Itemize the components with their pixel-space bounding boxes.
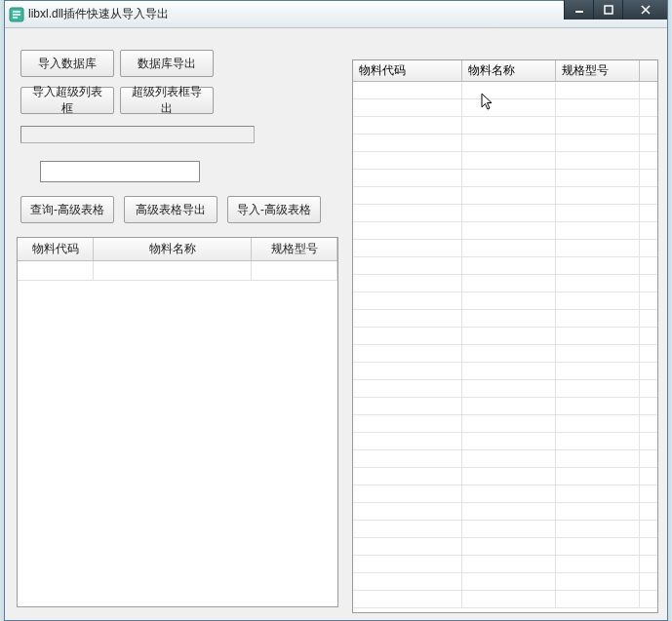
right-th-name[interactable]: 物料名称 (462, 60, 556, 81)
table-row[interactable] (353, 363, 657, 380)
close-button[interactable] (622, 0, 667, 19)
titlebar[interactable]: libxl.dll插件快速从导入导出 (5, 1, 667, 28)
left-table[interactable]: 物料代码 物料名称 规格型号 (17, 237, 338, 607)
right-table-body[interactable] (353, 82, 657, 612)
table-row[interactable] (353, 222, 657, 240)
table-row[interactable] (353, 257, 657, 275)
import-db-button[interactable]: 导入数据库 (20, 50, 114, 77)
maximize-button[interactable] (593, 0, 622, 19)
table-row[interactable] (353, 485, 657, 503)
table-row[interactable] (353, 573, 657, 591)
button-row-2: 导入超级列表框 超级列表框导出 (20, 87, 214, 114)
table-row[interactable] (353, 170, 657, 187)
table-row[interactable] (353, 415, 657, 433)
button-row-1: 导入数据库 数据库导出 (20, 50, 214, 77)
query-advtable-button[interactable]: 查询-高级表格 (20, 196, 114, 223)
table-row[interactable] (353, 205, 657, 222)
table-row[interactable] (353, 398, 657, 415)
window-title: libxl.dll插件快速从导入导出 (28, 6, 169, 22)
export-advtable-button[interactable]: 高级表格导出 (124, 196, 217, 223)
table-row[interactable] (353, 591, 657, 608)
right-th-code[interactable]: 物料代码 (353, 60, 462, 81)
table-row[interactable] (353, 82, 657, 99)
import-advtable-button[interactable]: 导入-高级表格 (227, 196, 321, 223)
table-row[interactable] (353, 240, 657, 257)
table-row[interactable] (353, 187, 657, 205)
minimize-button[interactable] (564, 0, 593, 19)
button-row-3: 查询-高级表格 高级表格导出 导入-高级表格 (20, 196, 321, 223)
left-th-name[interactable]: 物料名称 (94, 238, 252, 260)
table-row[interactable] (353, 292, 657, 310)
left-th-code[interactable]: 物料代码 (18, 238, 94, 260)
right-table-header: 物料代码 物料名称 规格型号 (353, 60, 657, 82)
table-row[interactable] (353, 310, 657, 328)
client-area: 导入数据库 数据库导出 导入超级列表框 超级列表框导出 查询-高级表格 高级表格… (5, 28, 667, 620)
svg-rect-2 (605, 6, 613, 14)
table-row[interactable] (353, 556, 657, 573)
table-row[interactable] (353, 99, 657, 117)
table-row[interactable] (353, 328, 657, 345)
table-row[interactable] (353, 345, 657, 363)
import-superlist-button[interactable]: 导入超级列表框 (20, 87, 114, 114)
left-table-header: 物料代码 物料名称 规格型号 (18, 238, 337, 261)
status-panel (20, 126, 255, 143)
table-row[interactable] (353, 503, 657, 521)
table-row[interactable] (353, 380, 657, 398)
right-table[interactable]: 物料代码 物料名称 规格型号 (352, 59, 658, 613)
left-th-spec[interactable]: 规格型号 (252, 238, 337, 260)
app-icon (9, 7, 24, 22)
table-row[interactable] (353, 152, 657, 170)
search-input[interactable] (40, 161, 200, 182)
table-row[interactable] (353, 135, 657, 152)
table-row[interactable] (353, 275, 657, 292)
app-window: libxl.dll插件快速从导入导出 导入数据库 数据库导出 导入超级列表框 超… (4, 0, 668, 621)
table-row[interactable] (353, 521, 657, 538)
left-table-body[interactable] (18, 261, 337, 606)
table-row[interactable] (353, 450, 657, 468)
export-db-button[interactable]: 数据库导出 (120, 50, 214, 77)
table-row[interactable] (353, 117, 657, 135)
table-row[interactable] (353, 433, 657, 450)
table-row[interactable] (18, 261, 337, 281)
right-th-extra[interactable] (640, 60, 657, 81)
right-th-spec[interactable]: 规格型号 (556, 60, 640, 81)
export-superlist-button[interactable]: 超级列表框导出 (120, 87, 214, 114)
window-controls (564, 0, 667, 19)
table-row[interactable] (353, 538, 657, 556)
table-row[interactable] (353, 468, 657, 485)
